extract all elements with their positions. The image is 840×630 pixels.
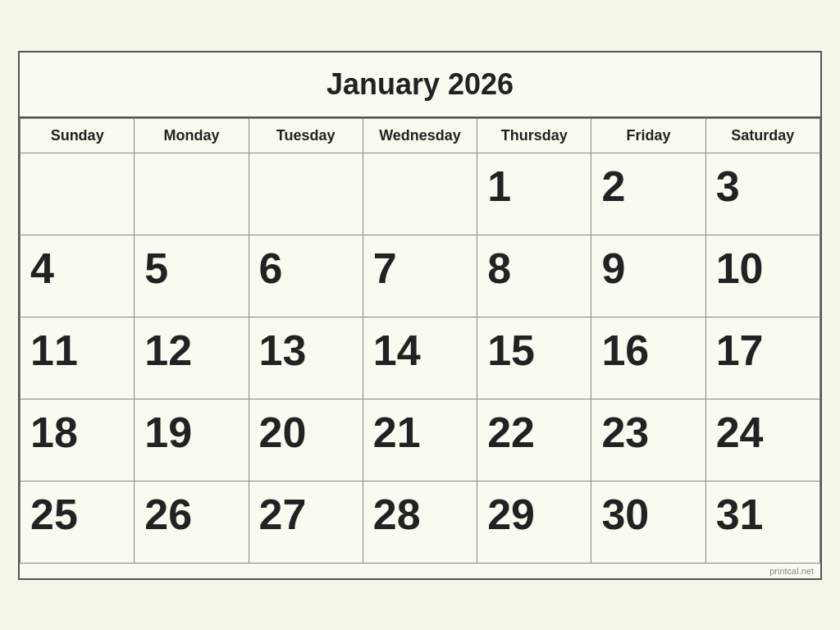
day-cell-27: 27 <box>249 481 363 563</box>
day-header-saturday: Saturday <box>705 118 819 153</box>
day-header-tuesday: Tuesday <box>249 118 363 153</box>
day-cell-18: 18 <box>21 399 135 481</box>
watermark: printcal.net <box>20 564 820 578</box>
day-cell-26: 26 <box>135 481 249 563</box>
day-cell-16: 16 <box>591 317 705 399</box>
empty-cell <box>363 153 477 235</box>
day-cell-14: 14 <box>363 317 477 399</box>
day-cell-10: 10 <box>705 235 819 317</box>
day-cell-7: 7 <box>363 235 477 317</box>
day-cell-29: 29 <box>477 481 591 563</box>
empty-cell <box>21 153 135 235</box>
day-cell-17: 17 <box>705 317 819 399</box>
day-cell-6: 6 <box>249 235 363 317</box>
day-cell-25: 25 <box>21 481 135 563</box>
day-cell-28: 28 <box>363 481 477 563</box>
empty-cell <box>135 153 249 235</box>
week-row-1: 123 <box>21 153 820 235</box>
day-cell-11: 11 <box>21 317 135 399</box>
day-cell-13: 13 <box>249 317 363 399</box>
calendar-table: SundayMondayTuesdayWednesdayThursdayFrid… <box>20 118 820 564</box>
day-cell-19: 19 <box>135 399 249 481</box>
day-cell-20: 20 <box>249 399 363 481</box>
day-cell-1: 1 <box>477 153 591 235</box>
day-cell-24: 24 <box>705 399 819 481</box>
empty-cell <box>249 153 363 235</box>
day-cell-22: 22 <box>477 399 591 481</box>
day-cell-15: 15 <box>477 317 591 399</box>
day-cell-12: 12 <box>135 317 249 399</box>
day-header-friday: Friday <box>591 118 705 153</box>
week-row-2: 45678910 <box>21 235 820 317</box>
day-cell-30: 30 <box>591 481 705 563</box>
day-cell-2: 2 <box>591 153 705 235</box>
day-cell-5: 5 <box>135 235 249 317</box>
day-cell-3: 3 <box>705 153 819 235</box>
day-header-sunday: Sunday <box>21 118 135 153</box>
day-cell-31: 31 <box>705 481 819 563</box>
day-header-thursday: Thursday <box>477 118 591 153</box>
week-row-5: 25262728293031 <box>21 481 820 563</box>
week-row-3: 11121314151617 <box>21 317 820 399</box>
days-header-row: SundayMondayTuesdayWednesdayThursdayFrid… <box>21 118 820 153</box>
calendar-title: January 2026 <box>20 52 820 118</box>
day-cell-9: 9 <box>591 235 705 317</box>
calendar-container: January 2026 SundayMondayTuesdayWednesda… <box>18 51 822 580</box>
day-cell-4: 4 <box>21 235 135 317</box>
day-cell-8: 8 <box>477 235 591 317</box>
day-header-monday: Monday <box>135 118 249 153</box>
day-cell-23: 23 <box>591 399 705 481</box>
week-row-4: 18192021222324 <box>21 399 820 481</box>
day-header-wednesday: Wednesday <box>363 118 477 153</box>
day-cell-21: 21 <box>363 399 477 481</box>
